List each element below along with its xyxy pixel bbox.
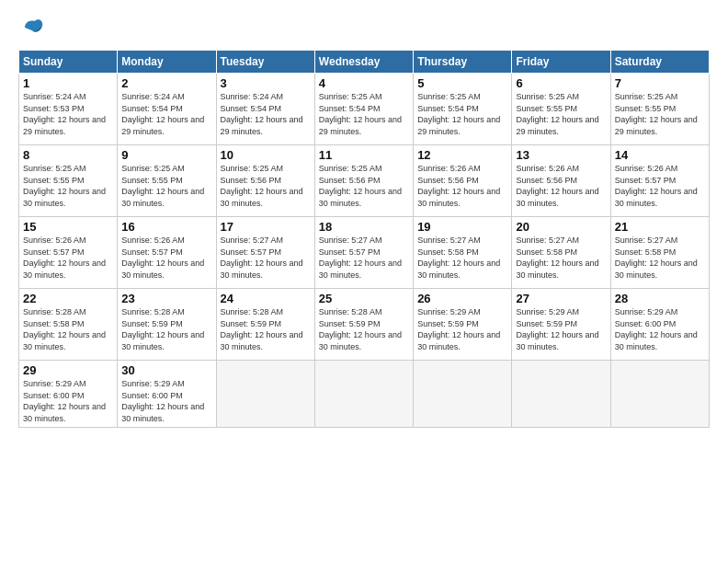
day-number: 24	[221, 292, 311, 305]
weekday-header-tuesday: Tuesday	[216, 51, 314, 74]
calendar-cell: 8 Sunrise: 5:25 AM Sunset: 5:55 PM Dayli…	[19, 145, 118, 217]
cell-content: Sunrise: 5:29 AM Sunset: 6:00 PM Dayligh…	[121, 378, 211, 424]
calendar-cell: 18 Sunrise: 5:27 AM Sunset: 5:57 PM Dayl…	[314, 217, 413, 289]
calendar-cell: 26 Sunrise: 5:29 AM Sunset: 5:59 PM Dayl…	[414, 289, 512, 361]
cell-content: Sunrise: 5:25 AM Sunset: 5:54 PM Dayligh…	[319, 91, 409, 137]
calendar-cell: 5 Sunrise: 5:25 AM Sunset: 5:54 PM Dayli…	[414, 74, 512, 145]
calendar-cell: 1 Sunrise: 5:24 AM Sunset: 5:53 PM Dayli…	[19, 74, 118, 145]
day-number: 6	[516, 76, 606, 90]
weekday-header-row: SundayMondayTuesdayWednesdayThursdayFrid…	[19, 51, 710, 74]
calendar-cell	[216, 361, 314, 428]
calendar-cell: 11 Sunrise: 5:25 AM Sunset: 5:56 PM Dayl…	[314, 145, 413, 217]
page: SundayMondayTuesdayWednesdayThursdayFrid…	[0, 0, 728, 563]
cell-content: Sunrise: 5:29 AM Sunset: 6:00 PM Dayligh…	[23, 378, 113, 424]
cell-content: Sunrise: 5:24 AM Sunset: 5:53 PM Dayligh…	[23, 91, 113, 137]
day-number: 2	[121, 76, 211, 90]
calendar: SundayMondayTuesdayWednesdayThursdayFrid…	[18, 50, 710, 428]
calendar-cell: 22 Sunrise: 5:28 AM Sunset: 5:58 PM Dayl…	[19, 289, 118, 361]
cell-content: Sunrise: 5:27 AM Sunset: 5:57 PM Dayligh…	[221, 235, 311, 281]
cell-content: Sunrise: 5:25 AM Sunset: 5:54 PM Dayligh…	[417, 91, 507, 137]
calendar-cell: 23 Sunrise: 5:28 AM Sunset: 5:59 PM Dayl…	[118, 289, 216, 361]
day-number: 12	[417, 148, 507, 162]
calendar-cell: 20 Sunrise: 5:27 AM Sunset: 5:58 PM Dayl…	[512, 217, 610, 289]
weekday-header-friday: Friday	[512, 51, 610, 74]
calendar-cell: 3 Sunrise: 5:24 AM Sunset: 5:54 PM Dayli…	[216, 74, 314, 145]
day-number: 13	[516, 148, 606, 162]
cell-content: Sunrise: 5:25 AM Sunset: 5:55 PM Dayligh…	[615, 91, 705, 137]
header	[18, 15, 710, 40]
cell-content: Sunrise: 5:28 AM Sunset: 5:58 PM Dayligh…	[23, 306, 113, 352]
calendar-cell: 14 Sunrise: 5:26 AM Sunset: 5:57 PM Dayl…	[610, 145, 709, 217]
day-number: 1	[23, 76, 113, 90]
day-number: 10	[221, 148, 311, 162]
week-row-2: 8 Sunrise: 5:25 AM Sunset: 5:55 PM Dayli…	[19, 145, 710, 217]
cell-content: Sunrise: 5:25 AM Sunset: 5:55 PM Dayligh…	[121, 163, 211, 209]
day-number: 28	[615, 292, 705, 305]
day-number: 7	[615, 76, 705, 90]
cell-content: Sunrise: 5:29 AM Sunset: 6:00 PM Dayligh…	[615, 306, 705, 352]
calendar-cell: 27 Sunrise: 5:29 AM Sunset: 5:59 PM Dayl…	[512, 289, 610, 361]
calendar-cell: 9 Sunrise: 5:25 AM Sunset: 5:55 PM Dayli…	[118, 145, 216, 217]
day-number: 21	[615, 220, 705, 234]
cell-content: Sunrise: 5:26 AM Sunset: 5:56 PM Dayligh…	[516, 163, 606, 209]
day-number: 29	[23, 363, 113, 377]
cell-content: Sunrise: 5:26 AM Sunset: 5:56 PM Dayligh…	[417, 163, 507, 209]
day-number: 3	[221, 76, 311, 90]
calendar-cell: 7 Sunrise: 5:25 AM Sunset: 5:55 PM Dayli…	[610, 74, 709, 145]
weekday-header-saturday: Saturday	[610, 51, 709, 74]
day-number: 4	[319, 76, 409, 90]
logo-icon	[18, 15, 44, 40]
calendar-cell: 30 Sunrise: 5:29 AM Sunset: 6:00 PM Dayl…	[118, 361, 216, 428]
day-number: 23	[121, 292, 211, 305]
day-number: 8	[23, 148, 113, 162]
calendar-cell	[414, 361, 512, 428]
calendar-cell: 19 Sunrise: 5:27 AM Sunset: 5:58 PM Dayl…	[414, 217, 512, 289]
weekday-header-sunday: Sunday	[19, 51, 118, 74]
day-number: 15	[23, 220, 113, 234]
day-number: 18	[319, 220, 409, 234]
calendar-cell: 17 Sunrise: 5:27 AM Sunset: 5:57 PM Dayl…	[216, 217, 314, 289]
cell-content: Sunrise: 5:27 AM Sunset: 5:57 PM Dayligh…	[319, 235, 409, 281]
cell-content: Sunrise: 5:27 AM Sunset: 5:58 PM Dayligh…	[615, 235, 705, 281]
day-number: 9	[121, 148, 211, 162]
cell-content: Sunrise: 5:25 AM Sunset: 5:55 PM Dayligh…	[23, 163, 113, 209]
cell-content: Sunrise: 5:24 AM Sunset: 5:54 PM Dayligh…	[121, 91, 211, 137]
logo	[18, 15, 48, 40]
day-number: 30	[121, 363, 211, 377]
cell-content: Sunrise: 5:28 AM Sunset: 5:59 PM Dayligh…	[319, 306, 409, 352]
calendar-cell	[314, 361, 413, 428]
week-row-3: 15 Sunrise: 5:26 AM Sunset: 5:57 PM Dayl…	[19, 217, 710, 289]
calendar-cell	[512, 361, 610, 428]
calendar-cell: 21 Sunrise: 5:27 AM Sunset: 5:58 PM Dayl…	[610, 217, 709, 289]
day-number: 26	[417, 292, 507, 305]
calendar-cell: 10 Sunrise: 5:25 AM Sunset: 5:56 PM Dayl…	[216, 145, 314, 217]
day-number: 16	[121, 220, 211, 234]
week-row-1: 1 Sunrise: 5:24 AM Sunset: 5:53 PM Dayli…	[19, 74, 710, 145]
cell-content: Sunrise: 5:26 AM Sunset: 5:57 PM Dayligh…	[23, 235, 113, 281]
cell-content: Sunrise: 5:28 AM Sunset: 5:59 PM Dayligh…	[221, 306, 311, 352]
day-number: 5	[417, 76, 507, 90]
weekday-header-monday: Monday	[118, 51, 216, 74]
calendar-cell: 13 Sunrise: 5:26 AM Sunset: 5:56 PM Dayl…	[512, 145, 610, 217]
calendar-cell: 4 Sunrise: 5:25 AM Sunset: 5:54 PM Dayli…	[314, 74, 413, 145]
cell-content: Sunrise: 5:24 AM Sunset: 5:54 PM Dayligh…	[221, 91, 311, 137]
calendar-cell: 6 Sunrise: 5:25 AM Sunset: 5:55 PM Dayli…	[512, 74, 610, 145]
cell-content: Sunrise: 5:26 AM Sunset: 5:57 PM Dayligh…	[121, 235, 211, 281]
calendar-cell	[610, 361, 709, 428]
calendar-cell: 15 Sunrise: 5:26 AM Sunset: 5:57 PM Dayl…	[19, 217, 118, 289]
cell-content: Sunrise: 5:29 AM Sunset: 5:59 PM Dayligh…	[417, 306, 507, 352]
day-number: 14	[615, 148, 705, 162]
weekday-header-thursday: Thursday	[414, 51, 512, 74]
day-number: 11	[319, 148, 409, 162]
day-number: 20	[516, 220, 606, 234]
calendar-cell: 16 Sunrise: 5:26 AM Sunset: 5:57 PM Dayl…	[118, 217, 216, 289]
cell-content: Sunrise: 5:27 AM Sunset: 5:58 PM Dayligh…	[516, 235, 606, 281]
day-number: 22	[23, 292, 113, 305]
calendar-cell: 28 Sunrise: 5:29 AM Sunset: 6:00 PM Dayl…	[610, 289, 709, 361]
cell-content: Sunrise: 5:26 AM Sunset: 5:57 PM Dayligh…	[615, 163, 705, 209]
calendar-cell: 29 Sunrise: 5:29 AM Sunset: 6:00 PM Dayl…	[19, 361, 118, 428]
cell-content: Sunrise: 5:27 AM Sunset: 5:58 PM Dayligh…	[417, 235, 507, 281]
calendar-cell: 2 Sunrise: 5:24 AM Sunset: 5:54 PM Dayli…	[118, 74, 216, 145]
day-number: 27	[516, 292, 606, 305]
calendar-cell: 12 Sunrise: 5:26 AM Sunset: 5:56 PM Dayl…	[414, 145, 512, 217]
